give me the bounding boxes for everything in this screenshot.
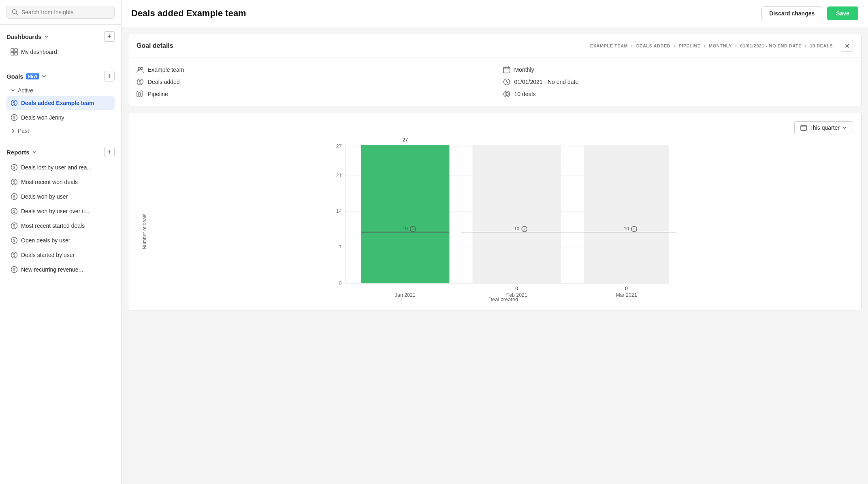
deal-icon-lost: $: [11, 164, 18, 171]
deals-lost-label: Deals lost by user and rea...: [21, 164, 92, 171]
svg-rect-4: [11, 52, 14, 55]
open-deals-user-label: Open deals by user: [21, 237, 70, 244]
sidebar-item-deals-won-user-over-time[interactable]: $ Deals won by user over ti...: [6, 204, 115, 218]
bar-feb-value: 0: [515, 286, 518, 291]
calendar-icon-chart: [800, 124, 807, 131]
close-goal-details-button[interactable]: ✕: [841, 40, 853, 52]
content-area: Goal details EXAMPLE TEAM • DEALS ADDED …: [122, 27, 868, 484]
chevron-down-icon-active: [11, 88, 15, 93]
detail-target: 10 deals: [503, 90, 853, 98]
calendar-icon: [503, 66, 510, 73]
sidebar-item-deals-added-example-team[interactable]: $ Deals added Example team: [6, 96, 115, 110]
most-recent-won-label: Most recent won deals: [21, 179, 78, 185]
detail-frequency: Monthly: [503, 66, 853, 73]
bar-jan-label: 27: [402, 137, 408, 143]
chart-card: This quarter Number of deals: [128, 113, 862, 311]
detail-team: Example team: [136, 66, 487, 73]
sidebar-item-new-recurring[interactable]: $ New recurring revenue...: [6, 263, 115, 276]
goal-details-body: Example team Monthly $: [128, 58, 861, 106]
meta-example-team: EXAMPLE TEAM: [590, 43, 628, 48]
active-label: Active: [18, 87, 33, 94]
x-label-mar: Mar 2021: [616, 292, 637, 298]
search-input[interactable]: [21, 9, 109, 15]
deal-icon-jenny: $: [11, 114, 18, 121]
meta-deals-count: 10 DEALS: [810, 43, 833, 48]
svg-point-26: [138, 67, 141, 70]
y-axis-title: Number of deals: [142, 214, 147, 249]
add-report-button[interactable]: +: [104, 147, 115, 157]
add-dashboard-button[interactable]: +: [104, 31, 115, 42]
svg-line-36: [507, 82, 508, 83]
save-button[interactable]: Save: [827, 6, 858, 20]
discard-changes-button[interactable]: Discard changes: [761, 6, 822, 20]
dollar-circle-icon: $: [136, 78, 144, 86]
past-goals-toggle[interactable]: Past: [6, 125, 115, 137]
sidebar: Dashboards + My dashboard Goals NEW +: [0, 0, 122, 484]
meta-monthly: MONTHLY: [709, 43, 732, 48]
svg-point-42: [506, 94, 507, 95]
detail-pipeline: Pipeline: [136, 90, 487, 98]
deals-won-over-time-label: Deals won by user over ti...: [21, 208, 90, 214]
meta-date-range: 01/01/2021 - NO END DATE: [740, 43, 802, 48]
goals-section: Goals NEW + Active $ Deals added Example…: [0, 64, 121, 137]
svg-rect-37: [137, 92, 138, 96]
reports-header[interactable]: Reports +: [6, 147, 115, 157]
page-title: Deals added Example team: [131, 8, 246, 19]
goal-details-title: Goal details: [136, 42, 173, 49]
dashboards-header[interactable]: Dashboards +: [6, 31, 115, 42]
target-icon: [503, 90, 510, 98]
bar-feb-bg: [473, 145, 561, 283]
sidebar-item-open-deals-user[interactable]: $ Open deals by user: [6, 233, 115, 247]
most-recent-started-label: Most recent started deals: [21, 223, 85, 229]
add-goal-button[interactable]: +: [104, 71, 115, 81]
y-label-27: 27: [336, 143, 342, 149]
chevron-right-icon-past: [11, 128, 15, 133]
dashboards-section: Dashboards + My dashboard: [0, 25, 121, 60]
dashboards-title: Dashboards: [6, 33, 49, 40]
sidebar-item-most-recent-won[interactable]: $ Most recent won deals: [6, 175, 115, 189]
detail-target-value: 10 deals: [514, 91, 536, 97]
goals-title: Goals NEW: [6, 73, 47, 80]
bar-chart: 0 7 14 21 27: [154, 145, 853, 299]
deal-icon-recent-started: $: [11, 222, 18, 229]
goals-header[interactable]: Goals NEW +: [6, 71, 115, 81]
svg-text:$: $: [13, 209, 15, 214]
svg-rect-2: [11, 49, 14, 51]
active-goals-toggle[interactable]: Active: [6, 85, 115, 96]
detail-type-value: Deals added: [148, 79, 180, 85]
deal-icon-recurring: $: [11, 266, 18, 273]
chart-header: This quarter: [136, 121, 853, 134]
detail-date-range-value: 01/01/2021 - No end date: [514, 79, 579, 85]
svg-text:$: $: [13, 116, 15, 120]
deal-icon-started: $: [11, 251, 18, 259]
main-content: Deals added Example team Discard changes…: [122, 0, 868, 484]
svg-rect-39: [141, 91, 142, 96]
my-dashboard-label: My dashboard: [21, 49, 57, 55]
bar-jan: [361, 145, 450, 283]
y-label-7: 7: [339, 244, 342, 250]
search-input-wrap[interactable]: [6, 6, 115, 19]
quarter-filter-button[interactable]: This quarter: [794, 121, 853, 134]
search-bar-container: [0, 0, 121, 25]
detail-type: $ Deals added: [136, 78, 487, 86]
svg-text:$: $: [139, 80, 141, 84]
sidebar-item-deals-lost[interactable]: $ Deals lost by user and rea...: [6, 161, 115, 174]
sidebar-item-deals-won-user[interactable]: $ Deals won by user: [6, 190, 115, 203]
deals-won-jenny-label: Deals won Jenny: [21, 114, 64, 121]
sidebar-item-deals-won-jenny[interactable]: $ Deals won Jenny: [6, 111, 115, 124]
svg-line-1: [16, 13, 18, 15]
detail-frequency-value: Monthly: [514, 66, 534, 73]
goals-new-badge: NEW: [26, 73, 39, 79]
svg-text:$: $: [13, 180, 15, 184]
deal-icon-active: $: [11, 99, 18, 107]
svg-rect-43: [801, 125, 806, 131]
chevron-down-icon: [44, 34, 49, 39]
team-icon: [136, 66, 144, 73]
sidebar-item-most-recent-started[interactable]: $ Most recent started deals: [6, 219, 115, 233]
reports-section: Reports + $ Deals lost by user and rea..…: [0, 140, 121, 281]
sidebar-item-my-dashboard[interactable]: My dashboard: [6, 45, 115, 59]
svg-point-27: [141, 68, 143, 70]
pipeline-icon: [136, 90, 144, 98]
search-icon: [12, 9, 18, 15]
sidebar-item-deals-started-user[interactable]: $ Deals started by user: [6, 248, 115, 262]
